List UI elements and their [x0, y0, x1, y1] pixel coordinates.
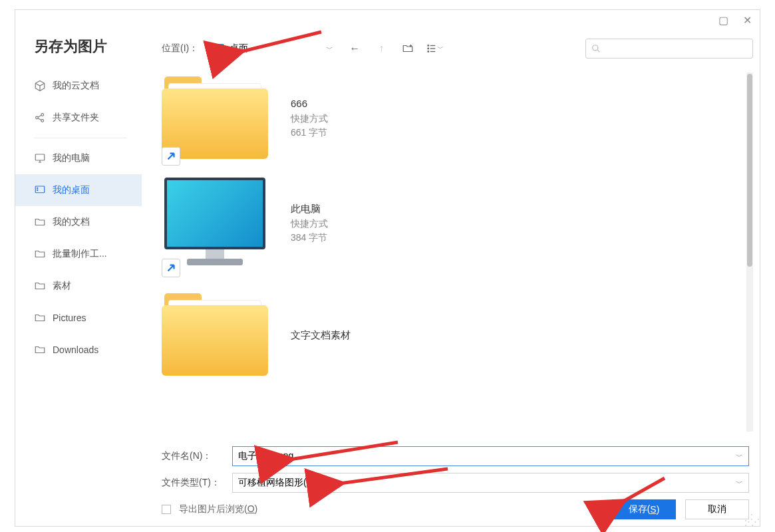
folder-icon — [34, 344, 46, 356]
file-row[interactable]: 此电脑 快捷方式 384 字节 — [148, 178, 753, 271]
export-preview-checkbox[interactable] — [162, 505, 171, 514]
monitor-icon — [34, 152, 46, 164]
file-thumbnail — [162, 289, 275, 376]
sidebar-item-computer[interactable]: 我的电脑 — [15, 142, 142, 174]
filetype-label: 文件类型(T)： — [162, 477, 223, 489]
sidebar-item-label: 我的文档 — [53, 216, 90, 228]
button-group: 保存(S) 取消 — [612, 499, 749, 519]
folder-large-icon — [162, 289, 268, 376]
main-panel: 位置(I)： 桌面 ﹀ ← ↑ ﹀ 6 — [148, 34, 753, 519]
toolbar: 位置(I)： 桌面 ﹀ ← ↑ ﹀ — [148, 34, 753, 63]
cube-icon — [34, 80, 46, 92]
filename-label: 文件名(N)： — [162, 450, 223, 462]
sidebar-item-downloads[interactable]: Downloads — [15, 334, 142, 366]
folder-icon — [34, 216, 46, 228]
new-folder-button[interactable] — [398, 39, 418, 59]
file-meta: 666 快捷方式 661 字节 — [291, 72, 328, 140]
sidebar-item-label: 我的桌面 — [53, 184, 90, 196]
svg-rect-4 — [35, 154, 45, 160]
scrollbar[interactable] — [746, 72, 753, 432]
resize-grip[interactable]: ⋰⋰⋰ — [744, 515, 758, 524]
svg-point-11 — [593, 45, 598, 51]
file-size: 661 字节 — [291, 126, 328, 140]
sidebar-item-label: 我的电脑 — [53, 152, 90, 164]
sidebar-divider — [34, 138, 127, 138]
svg-rect-5 — [35, 186, 45, 193]
chevron-down-icon[interactable]: ﹀ — [736, 452, 743, 462]
svg-point-8 — [428, 45, 429, 47]
location-dropdown[interactable]: 桌面 ﹀ — [208, 39, 338, 58]
folder-icon — [34, 312, 46, 324]
sidebar: 另存为图片 我的云文档 共享文件夹 我的电脑 我的桌面 我的文档 — [15, 30, 142, 366]
shortcut-overlay-icon — [162, 259, 180, 277]
search-box[interactable] — [585, 39, 753, 59]
sidebar-item-label: Pictures — [53, 313, 86, 323]
file-name: 666 — [291, 96, 328, 112]
filename-row: 文件名(N)： 电子公章.png ﹀ — [162, 446, 749, 466]
folder-icon — [34, 280, 46, 292]
file-list[interactable]: 666 快捷方式 661 字节 此电脑 快捷方式 384 字节 — [148, 72, 753, 440]
folder-large-icon — [162, 72, 268, 159]
chevron-down-icon: ﹀ — [326, 44, 333, 54]
back-button[interactable]: ← — [345, 39, 365, 59]
scrollbar-thumb[interactable] — [747, 74, 752, 267]
cancel-button[interactable]: 取消 — [685, 499, 749, 519]
export-preview-label[interactable]: 导出图片后浏览(O) — [179, 503, 257, 515]
filetype-value: 可移植网络图形(*.png) — [238, 477, 331, 489]
folder-icon — [34, 248, 46, 260]
search-input[interactable] — [605, 44, 747, 54]
svg-point-10 — [428, 51, 429, 53]
maximize-icon[interactable]: ▢ — [718, 14, 728, 27]
dialog-title: 另存为图片 — [15, 30, 142, 70]
sidebar-item-shared[interactable]: 共享文件夹 — [15, 102, 142, 134]
svg-point-6 — [37, 188, 38, 188]
save-button[interactable]: 保存(S) — [612, 499, 676, 519]
search-icon — [591, 44, 601, 53]
sidebar-item-label: 批量制作工... — [53, 248, 107, 260]
chevron-down-icon[interactable]: ﹀ — [736, 478, 743, 488]
up-button[interactable]: ↑ — [371, 39, 391, 59]
monitor-large-icon — [162, 178, 268, 271]
sidebar-item-desktop[interactable]: 我的桌面 — [15, 174, 142, 206]
filename-input[interactable]: 电子公章.png ﹀ — [232, 446, 749, 466]
file-name: 此电脑 — [291, 201, 328, 217]
sidebar-item-label: Downloads — [53, 344, 98, 355]
file-row[interactable]: 666 快捷方式 661 字节 — [148, 72, 753, 159]
action-row: 导出图片后浏览(O) 保存(S) 取消 — [162, 499, 749, 519]
file-size: 384 字节 — [291, 231, 328, 245]
sidebar-item-label: 我的云文档 — [53, 80, 99, 92]
file-meta: 此电脑 快捷方式 384 字节 — [291, 178, 328, 245]
window-controls: ▢ ✕ — [718, 14, 752, 27]
filetype-select[interactable]: 可移植网络图形(*.png) ﹀ — [232, 473, 749, 493]
sidebar-list: 我的云文档 共享文件夹 我的电脑 我的桌面 我的文档 批量制作工... — [15, 70, 142, 366]
svg-point-7 — [37, 190, 38, 190]
sidebar-item-pictures[interactable]: Pictures — [15, 302, 142, 334]
desktop-icon — [34, 184, 46, 196]
filename-value: 电子公章.png — [238, 450, 293, 462]
filetype-row: 文件类型(T)： 可移植网络图形(*.png) ﹀ — [162, 473, 749, 493]
sidebar-item-batch[interactable]: 批量制作工... — [15, 238, 142, 270]
sidebar-item-documents[interactable]: 我的文档 — [15, 206, 142, 238]
shortcut-overlay-icon — [162, 147, 180, 166]
location-label: 位置(I)： — [148, 43, 201, 55]
file-thumbnail — [162, 178, 275, 271]
sidebar-item-material[interactable]: 素材 — [15, 270, 142, 302]
dialog-frame: ▢ ✕ 另存为图片 我的云文档 共享文件夹 我的电脑 我的桌面 — [15, 9, 760, 527]
file-meta: 文字文档素材 — [291, 289, 351, 343]
close-icon[interactable]: ✕ — [743, 14, 752, 27]
share-icon — [34, 112, 46, 124]
svg-point-9 — [428, 48, 429, 49]
view-options-button[interactable]: ﹀ — [424, 39, 444, 59]
bottom-form: 文件名(N)： 电子公章.png ﹀ 文件类型(T)： 可移植网络图形(*.pn… — [148, 440, 753, 519]
file-thumbnail — [162, 72, 275, 159]
sidebar-item-cloud[interactable]: 我的云文档 — [15, 70, 142, 102]
sidebar-item-label: 素材 — [53, 280, 71, 292]
file-subtitle: 快捷方式 — [291, 217, 328, 231]
sidebar-item-label: 共享文件夹 — [53, 112, 99, 124]
desktop-small-icon — [212, 44, 224, 53]
file-name: 文字文档素材 — [291, 328, 351, 343]
file-subtitle: 快捷方式 — [291, 112, 328, 126]
location-value: 桌面 — [230, 43, 248, 55]
file-row[interactable]: 文字文档素材 — [148, 289, 753, 376]
